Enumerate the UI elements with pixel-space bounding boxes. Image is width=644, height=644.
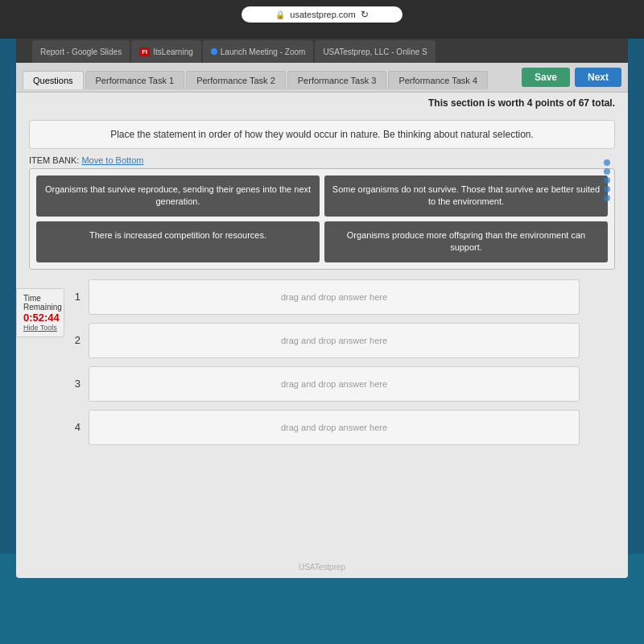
drop-zone-4[interactable]: drag and drop answer here — [89, 410, 580, 445]
left-sidebar — [0, 39, 16, 554]
tab-google-slides[interactable]: Report - Google Slides — [32, 40, 130, 63]
item-card-3[interactable]: Organisms produce more offspring than th… — [324, 221, 608, 262]
drop-zone-3[interactable]: drag and drop answer here — [89, 366, 580, 402]
tab-performance-task-2[interactable]: Performance Task 2 — [186, 71, 286, 89]
item-card-2[interactable]: There is increased competition for resou… — [36, 221, 320, 262]
tab-itslearning[interactable]: Fl ItsLearning — [131, 40, 201, 63]
item-card-0[interactable]: Organisms that survive reproduce, sendin… — [36, 175, 320, 217]
drop-zone-row-2: 2 drag and drop answer here — [64, 323, 580, 358]
drop-zone-row-4: 4 drag and drop answer here — [64, 410, 580, 445]
timer-sublabel: Remaining — [23, 303, 57, 312]
item-card-1[interactable]: Some organisms do not survive. Those tha… — [324, 175, 608, 217]
tab-usatestprep[interactable]: USATestprep, LLC - Online S — [315, 40, 435, 63]
main-content: Questions Performance Task 1 Performance… — [16, 63, 628, 578]
address-text: usatestprep.com — [290, 10, 355, 19]
tab-performance-task-3[interactable]: Performance Task 3 — [287, 71, 387, 89]
bottom-bar — [16, 578, 628, 644]
tab-navigation: Questions Performance Task 1 Performance… — [16, 63, 628, 93]
item-bank-label: ITEM BANK: Move to Bottom — [29, 155, 615, 165]
tab-performance-task-4[interactable]: Performance Task 4 — [388, 71, 488, 89]
blue-dots-decoration — [604, 159, 610, 201]
lock-icon: 🔒 — [275, 10, 285, 19]
item-bank-container: Organisms that survive reproduce, sendin… — [29, 168, 615, 270]
tab-zoom[interactable]: Launch Meeting - Zoom — [203, 40, 314, 63]
browser-chrome: 🔒 usatestprep.com ↻ — [0, 0, 644, 39]
timer-widget: Time Remaining 0:52:44 Hide Tools — [16, 288, 64, 337]
tab-label: ItsLearning — [153, 47, 192, 56]
save-button[interactable]: Save — [522, 68, 570, 87]
tab-questions[interactable]: Questions — [23, 71, 84, 89]
tab-performance-task-1[interactable]: Performance Task 1 — [85, 71, 185, 89]
blue-dot-2 — [604, 168, 610, 175]
timer-label: Time — [23, 294, 57, 303]
drop-zone-2[interactable]: drag and drop answer here — [89, 323, 580, 358]
address-bar: 🔒 usatestprep.com ↻ — [242, 6, 402, 23]
action-buttons: Save Next — [522, 68, 621, 92]
section-worth: This section is worth 4 points of 67 tot… — [16, 93, 628, 114]
move-to-bottom-link[interactable]: Move to Bottom — [81, 155, 143, 165]
drop-zone-1[interactable]: drag and drop answer here — [89, 279, 580, 315]
drop-zone-row-1: 1 drag and drop answer here — [64, 279, 580, 315]
drop-zones: 1 drag and drop answer here 2 drag and d… — [64, 279, 580, 445]
tab-label: USATestprep, LLC - Online S — [323, 47, 427, 56]
blue-dot-1 — [604, 159, 610, 166]
next-button[interactable]: Next — [575, 68, 621, 87]
fl-icon: Fl — [139, 47, 150, 56]
watermark: USATestprep — [299, 563, 345, 572]
tab-label: Report - Google Slides — [40, 47, 122, 56]
drop-zone-row-3: 3 drag and drop answer here — [64, 366, 580, 402]
blue-dot-5 — [604, 195, 610, 201]
refresh-icon[interactable]: ↻ — [361, 9, 369, 20]
timer-time: 0:52:44 — [23, 312, 57, 324]
blue-dot-4 — [604, 186, 610, 192]
hide-tools-link[interactable]: Hide Tools — [23, 324, 57, 332]
right-sidebar — [628, 39, 644, 554]
zoom-icon — [211, 48, 217, 55]
blue-dot-3 — [604, 177, 610, 184]
tab-label: Launch Meeting - Zoom — [221, 47, 306, 56]
instructions-box: Place the statement in order of how they… — [29, 120, 615, 149]
